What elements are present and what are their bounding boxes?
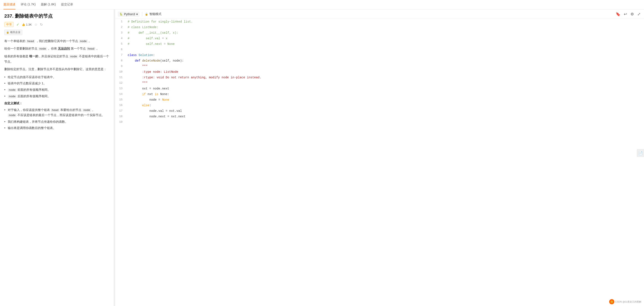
unique-text: 唯一的 <box>29 54 38 58</box>
code-line-15: 15 node = None <box>115 97 644 103</box>
bookmark-button[interactable]: 🔖 <box>615 11 621 17</box>
line-num-7: 7 <box>115 52 126 58</box>
code-line-7: 7 class Solution: <box>115 52 644 58</box>
custom-test-list: 对于输入，你应该提供整个链表 head 和要给出的节点 node 。 node … <box>4 108 110 131</box>
problem-description: 有一个单链表的 head ，我们想删除它其中的一个节点 node 。 给你一个需… <box>4 38 110 72</box>
line-content-5: # self.next = None <box>126 41 644 47</box>
line-content-7: class Solution: <box>126 52 644 58</box>
expand-button[interactable]: ⤢ <box>636 11 642 17</box>
bullet-item-1: 给定节点的值不应该存在于链表中。 <box>4 75 110 80</box>
inline-code-node4: node <box>8 88 16 92</box>
line-content-1: # Definition for singly-linked list. <box>126 19 644 24</box>
watermark: 😊 CSDN @白鹿龙王的图解 <box>609 299 642 304</box>
chevron-down-icon: ▾ <box>136 12 138 16</box>
code-line-4: 4 # self.val = x <box>115 36 644 41</box>
no-access-text: 无法访问 <box>58 47 70 50</box>
inline-code-node: node <box>79 39 88 43</box>
custom-test-title: 自定义测试： <box>4 102 110 105</box>
inline-code-node6: node <box>82 108 91 112</box>
line-content-4: # self.val = x <box>126 36 644 41</box>
code-line-18: 18 node.next = nxt.next <box>115 114 644 119</box>
desc-line-4: 删除给定的节点。注意，删除节点并不是指从内存中删除它。这里的意思是： <box>4 67 110 72</box>
line-num-3: 3 <box>115 30 126 36</box>
code-line-11: 11 :rtype: void Do not return anything, … <box>115 75 644 80</box>
custom-bullet-2: 我们将构建链表，并将节点传递给你的函数。 <box>4 119 110 125</box>
code-line-14: 14 if nxt is None: <box>115 91 644 97</box>
language-label: Python3 <box>124 12 135 16</box>
refresh-icon[interactable]: ↻ <box>40 22 43 27</box>
right-panel: 🐍 Python3 ▾ 🔒 智能模式 🔖 ↩ ⚙ ⤢ 1 # Definitio… <box>115 9 644 306</box>
thumb-icon: 👍 <box>22 23 25 26</box>
editor-toolbar: 🐍 Python3 ▾ 🔒 智能模式 🔖 ↩ ⚙ ⤢ <box>115 9 644 19</box>
line-num-10: 10 <box>115 69 126 75</box>
inline-code-node2: node <box>38 47 47 51</box>
settings-horiz-button[interactable]: ⚙ <box>630 11 635 17</box>
tags-row: 中等 ✓ 👍 1.3K ☆ ↻ <box>4 22 110 27</box>
desc-line-1: 有一个单链表的 head ，我们想删除它其中的一个节点 node 。 <box>4 38 110 44</box>
tab-solutions[interactable]: 题解 (1.8K) <box>41 0 56 9</box>
line-num-5: 5 <box>115 41 126 47</box>
smart-mode-label: 智能模式 <box>150 12 162 16</box>
lock-icon: 🔒 <box>6 31 9 34</box>
tab-submissions[interactable]: 提交记录 <box>61 0 73 9</box>
inline-code-head3: head <box>51 108 60 112</box>
line-content-10: :type node: ListNode <box>126 69 644 75</box>
code-line-19: 19 <box>115 119 644 125</box>
custom-bullet-1: 对于输入，你应该提供整个链表 head 和要给出的节点 node 。 node … <box>4 108 110 118</box>
like-count: 👍 1.3K <box>22 23 32 26</box>
difficulty-badge: 中等 <box>4 22 14 27</box>
line-num-14: 14 <box>115 91 126 97</box>
bullet-item-3: node 前面的所有值顺序相同。 <box>4 87 110 93</box>
code-line-10: 10 :type node: ListNode <box>115 69 644 75</box>
line-content-13: nxt = node.next <box>126 86 644 91</box>
check-icon: ✓ <box>16 22 19 27</box>
line-num-13: 13 <box>115 86 126 91</box>
left-panel: 237. 删除链表中的节点 中等 ✓ 👍 1.3K ☆ ↻ 🔒 相关企业 有一个… <box>0 9 114 306</box>
code-line-3: 3 # def __init__(self, x): <box>115 30 644 36</box>
company-tag-label: 相关企业 <box>10 30 20 34</box>
watermark-avatar: 😊 <box>609 299 614 304</box>
line-num-11: 11 <box>115 75 126 80</box>
tab-description[interactable]: 题目描述 <box>4 0 16 9</box>
line-content-9: """ <box>126 63 644 69</box>
line-content-19 <box>126 119 644 125</box>
code-line-9: 9 """ <box>115 63 644 69</box>
bullet-list: 给定节点的值不应该存在于链表中。 链表中的节点数应该减少 1。 node 前面的… <box>4 75 110 99</box>
line-content-11: :rtype: void Do not return anything, mod… <box>126 75 644 80</box>
line-num-2: 2 <box>115 24 126 30</box>
line-num-17: 17 <box>115 108 126 114</box>
line-content-6 <box>126 47 644 52</box>
custom-bullet-3: 输出将是调用你函数后的整个链表。 <box>4 126 110 131</box>
line-content-17: node.val = nxt.val <box>126 108 644 114</box>
line-content-8: def deleteNode(self, node): <box>126 58 644 63</box>
tab-comments[interactable]: 评论 (1.7K) <box>21 0 36 9</box>
inline-code-head: head <box>26 39 35 43</box>
python-icon: 🐍 <box>120 13 123 16</box>
inline-code-node5: node <box>8 95 16 98</box>
line-num-4: 4 <box>115 36 126 41</box>
top-nav: 题目描述 评论 (1.7K) 题解 (1.8K) 提交记录 <box>0 0 644 9</box>
language-selector[interactable]: 🐍 Python3 ▾ <box>118 11 140 17</box>
star-icon[interactable]: ☆ <box>34 22 38 27</box>
line-num-12: 12 <box>115 80 126 86</box>
code-editor[interactable]: 1 # Definition for singly-linked list. 2… <box>115 19 644 306</box>
undo-button[interactable]: ↩ <box>623 11 628 17</box>
bullet-item-2: 链表中的节点数应该减少 1。 <box>4 81 110 86</box>
code-line-17: 17 node.val = nxt.val <box>115 108 644 114</box>
main-split: 237. 删除链表中的节点 中等 ✓ 👍 1.3K ☆ ↻ 🔒 相关企业 有一个… <box>0 9 644 306</box>
side-panel-button[interactable]: 📄 <box>637 149 644 157</box>
inline-code-head2: head <box>87 47 96 51</box>
line-num-9: 9 <box>115 63 126 69</box>
code-line-8: 8 def deleteNode(self, node): <box>115 58 644 63</box>
line-content-18: node.next = nxt.next <box>126 114 644 119</box>
company-tag[interactable]: 🔒 相关企业 <box>4 30 22 35</box>
code-line-1: 1 # Definition for singly-linked list. <box>115 19 644 24</box>
toolbar-separator-1 <box>142 12 142 16</box>
line-content-2: # class ListNode: <box>126 24 644 30</box>
line-num-19: 19 <box>115 119 126 125</box>
code-line-13: 13 nxt = node.next <box>115 86 644 91</box>
code-line-5: 5 # self.next = None <box>115 41 644 47</box>
line-num-6: 6 <box>115 47 126 52</box>
inline-code-node7: node <box>8 114 16 117</box>
code-line-2: 2 # class ListNode: <box>115 24 644 30</box>
